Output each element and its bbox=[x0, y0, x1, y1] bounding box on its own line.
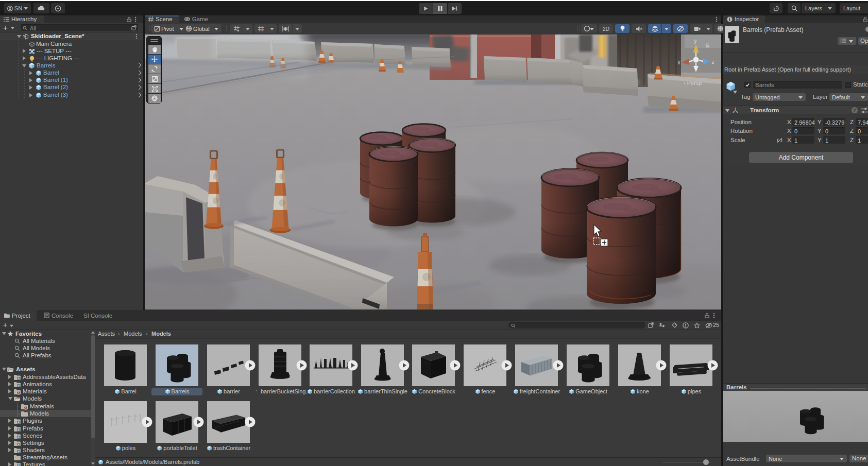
svg-text:y: y bbox=[694, 38, 697, 44]
svg-text:‹ Persp: ‹ Persp bbox=[684, 80, 702, 86]
svg-text:z: z bbox=[712, 59, 714, 65]
svg-text:x: x bbox=[678, 60, 680, 65]
